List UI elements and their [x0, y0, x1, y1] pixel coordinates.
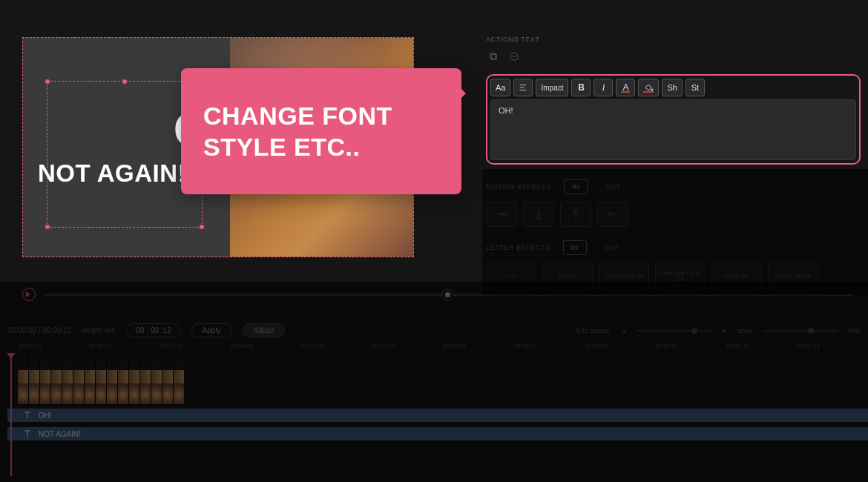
motion-effects-section: MOTION EFFECTS: IN OUT	[486, 179, 861, 227]
ruler-tick: 00:00:06	[443, 343, 514, 349]
text-track-icon	[22, 429, 33, 439]
preview-text-2[interactable]: NOT AGAIN!	[23, 159, 201, 188]
duplicate-icon[interactable]	[486, 49, 501, 64]
timeline-toolbar: 00:00:00 / 00:00:12 length set: 00 : 00 …	[7, 323, 861, 337]
ruler-tick: 00:00:11	[798, 343, 869, 349]
ruler-tick: 00:00:09	[656, 343, 727, 349]
ruler-tick: 00:00:01	[89, 343, 160, 349]
text-edit-panel: ACTIONS TEXT Aa Impact B I A	[486, 36, 861, 291]
text-color-button[interactable]: A	[616, 79, 635, 96]
ruler-tick: 00:00:03	[231, 343, 302, 349]
playback-bar	[22, 288, 853, 301]
text-track-2[interactable]: NOT AGAIN!	[7, 427, 868, 441]
bold-button[interactable]: B	[571, 79, 591, 96]
stroke-button[interactable]: St	[685, 79, 705, 96]
ruler-tick: 00:00:04	[301, 343, 372, 349]
letter-tab-out[interactable]: OUT	[597, 241, 628, 254]
playback-knob[interactable]	[443, 290, 453, 300]
motion-effect-slide-up[interactable]	[560, 202, 591, 227]
motion-effect-slide-down[interactable]	[523, 202, 554, 227]
ruler-tick: 00:00:00	[18, 343, 89, 349]
text-track-icon	[22, 410, 33, 420]
timeline-ruler[interactable]: 00:00:00 00:00:01 00:00:02 00:00:03 00:0…	[7, 343, 868, 349]
letter-effects-label: LETTER EFFECTS:	[486, 244, 553, 251]
motion-effects-label: MOTION EFFECTS:	[486, 183, 553, 191]
letter-effect-fade-on[interactable]: FADE ON	[711, 263, 762, 291]
font-family-select[interactable]: Impact	[536, 79, 568, 96]
scale-slider[interactable]	[763, 330, 838, 331]
hide-button[interactable]: hide	[848, 327, 861, 334]
fit-left-arrow-icon[interactable]: ◄	[620, 327, 626, 334]
actions-text-label: ACTIONS TEXT	[486, 36, 861, 43]
timeline: 00:00:00 00:00:01 00:00:02 00:00:03 00:0…	[7, 343, 868, 441]
text-track-2-label: NOT AGAIN!	[39, 430, 81, 438]
letter-tab-in[interactable]: IN	[563, 240, 587, 255]
letter-effect-word-drop[interactable]: WORD DROP	[768, 263, 818, 291]
fit-to-screen-label: fit to screen	[575, 327, 610, 334]
italic-button[interactable]: I	[594, 79, 613, 96]
motion-effect-slide-left[interactable]	[597, 202, 628, 227]
motion-effect-slide-right[interactable]	[486, 202, 517, 227]
video-track-thumbs[interactable]	[18, 354, 868, 383]
fit-right-arrow-icon[interactable]: ►	[721, 327, 727, 334]
letter-effect-print[interactable]: PRINT	[542, 263, 593, 291]
hint-tooltip: CHANGE FONT STYLE ETC..	[181, 68, 461, 194]
fit-slider[interactable]	[637, 330, 711, 331]
letter-effect-random-fade-up[interactable]: RANDOM FADE UP	[655, 263, 706, 291]
fill-color-button[interactable]	[638, 79, 659, 96]
font-case-button[interactable]: Aa	[490, 79, 510, 96]
svg-rect-0	[490, 53, 496, 59]
ruler-tick: 00:00:10	[726, 343, 798, 349]
play-button[interactable]	[22, 288, 36, 301]
svg-rect-1	[491, 54, 496, 59]
hint-tooltip-text: CHANGE FONT STYLE ETC..	[203, 100, 439, 163]
ruler-tick: 00:00:02	[160, 343, 231, 349]
text-input[interactable]: OH!	[490, 99, 856, 160]
video-track-thumbs-2[interactable]	[18, 383, 868, 404]
ruler-tick: 00:00:08	[585, 343, 656, 349]
text-track-1[interactable]: OH!	[7, 409, 868, 423]
ruler-tick: 00:00:07	[514, 343, 585, 349]
length-set-label: length set:	[82, 326, 116, 334]
length-input[interactable]: 00 : 00 :12	[126, 323, 180, 337]
align-button[interactable]	[513, 79, 533, 96]
ruler-tick: 00:00:05	[372, 343, 444, 349]
shadow-button[interactable]: Sh	[662, 79, 682, 96]
letter-effect-fly[interactable]: FLY	[486, 263, 536, 291]
adjust-button[interactable]: Adjust	[243, 323, 286, 337]
letter-effect-letter-drop[interactable]: LETTER DROP	[599, 263, 649, 291]
text-editor-highlighted: Aa Impact B I A Sh St OH!	[486, 74, 861, 165]
timecode-display: 00:00:00 / 00:00:12	[7, 326, 71, 334]
apply-button[interactable]: Apply	[191, 323, 232, 337]
motion-tab-out[interactable]: OUT	[598, 180, 628, 194]
scale-label: scale	[737, 327, 753, 334]
delete-icon[interactable]	[507, 49, 522, 64]
text-toolbar: Aa Impact B I A Sh St	[490, 79, 856, 96]
timeline-playhead[interactable]	[10, 357, 12, 476]
playback-scrubber[interactable]	[45, 294, 853, 296]
text-track-1-label: OH!	[39, 412, 52, 420]
letter-effects-section: LETTER EFFECTS: IN OUT FLY PRINT LETTER …	[486, 240, 861, 291]
motion-tab-in[interactable]: IN	[564, 179, 588, 194]
